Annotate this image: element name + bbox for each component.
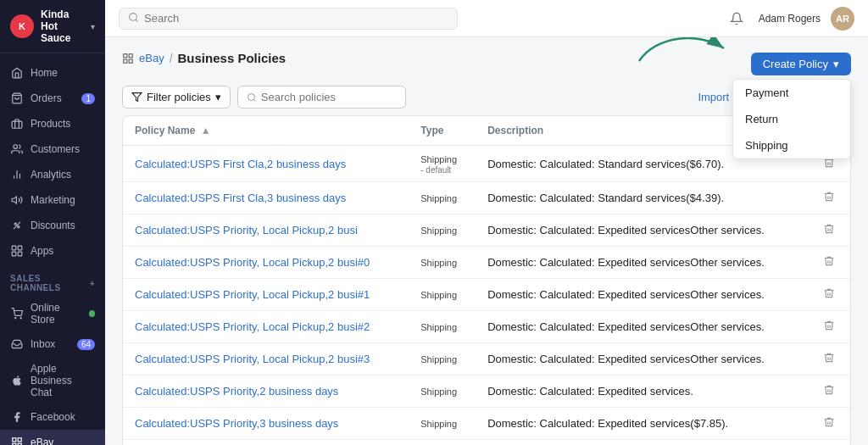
svg-marker-28 (132, 93, 142, 102)
sidebar-item-discounts[interactable]: Discounts (0, 213, 105, 238)
orders-icon (10, 92, 24, 105)
sidebar-item-apple-business[interactable]: Apple Business Chat (0, 357, 105, 404)
policy-name-link[interactable]: Calculated:USPS Priority,3 business days (135, 417, 338, 430)
col-type: Type (409, 116, 476, 146)
create-policy-button[interactable]: Create Policy ▾ (751, 53, 851, 75)
svg-rect-13 (18, 252, 22, 256)
delete-policy-button[interactable] (820, 189, 838, 207)
policy-type: Shipping (409, 182, 476, 214)
table-row: Calculated:USPS Priority, Local Pickup,2… (123, 311, 850, 343)
trash-icon (823, 255, 835, 267)
search-policies-bar[interactable] (237, 86, 406, 108)
svg-line-30 (253, 99, 255, 101)
page-title: Business Policies (178, 51, 287, 65)
sidebar-item-products[interactable]: Products (0, 111, 105, 136)
table-row: Calculated:USPS Priority,2 business days… (123, 375, 850, 408)
sidebar-item-ebay[interactable]: eBay (0, 430, 105, 445)
sidebar-nav: Home Orders 1 Products Customers (0, 53, 105, 445)
topbar: Adam Rogers AR (105, 0, 868, 37)
filter-policies-button[interactable]: Filter policies ▾ (122, 86, 231, 108)
ebay-icon (10, 436, 24, 445)
delete-policy-button[interactable] (820, 221, 838, 239)
svg-point-8 (18, 226, 19, 228)
sidebar-item-marketing-label: Marketing (31, 194, 75, 206)
notification-icon[interactable] (725, 7, 748, 31)
dropdown-item-payment[interactable]: Payment (733, 80, 850, 106)
policy-name-link[interactable]: Calculated:USPS Priority, Local Pickup,2… (135, 224, 358, 236)
sidebar-item-online-store[interactable]: Online Store (0, 296, 105, 331)
policy-type: Shipping (409, 279, 476, 311)
search-bar[interactable] (119, 8, 458, 30)
col-policy-name[interactable]: Policy Name ▲ (123, 116, 409, 146)
create-policy-dropdown-arrow: ▾ (833, 58, 839, 70)
policy-actions (808, 247, 850, 279)
user-avatar[interactable]: AR (831, 7, 854, 31)
brand-logo: K (10, 14, 34, 38)
online-store-status-dot (89, 310, 95, 317)
analytics-icon (10, 168, 24, 181)
dropdown-item-return[interactable]: Return (733, 106, 850, 132)
sidebar-item-home-label: Home (31, 67, 58, 79)
delete-policy-button[interactable] (820, 350, 838, 368)
trash-icon (823, 384, 835, 396)
policy-name-link[interactable]: Calculated:USPS Priority, Local Pickup,2… (135, 320, 370, 333)
sidebar-item-customers-label: Customers (31, 143, 80, 155)
filter-arrow: ▾ (215, 91, 221, 103)
policy-description: Domestic: Calculated: Expedited services… (476, 375, 808, 408)
delete-policy-button[interactable] (820, 253, 838, 271)
sidebar-item-inbox[interactable]: Inbox 64 (0, 331, 105, 357)
policy-name-link[interactable]: Calculated:USPS Priority, Local Pickup,2… (135, 353, 370, 365)
sidebar-item-customers[interactable]: Customers (0, 136, 105, 162)
sidebar-item-analytics[interactable]: Analytics (0, 162, 105, 187)
trash-icon (823, 191, 835, 203)
sales-channels-section: SALES CHANNELS + (0, 264, 105, 296)
policy-description: Domestic: Calculated: Expedited services… (476, 311, 808, 343)
main-content: eBay / Business Policies Create Policy ▾ (105, 37, 868, 445)
policy-table: Policy Name ▲ Type Description Calculate… (122, 115, 851, 445)
delete-policy-button[interactable] (820, 414, 838, 432)
delete-policy-button[interactable] (820, 318, 838, 336)
apps-icon (10, 244, 24, 258)
policy-actions (808, 375, 850, 408)
policy-type: Shipping (409, 375, 476, 408)
dropdown-item-shipping[interactable]: Shipping (733, 132, 850, 159)
policy-name-link[interactable]: Calculated:USPS Priority, Local Pickup,2… (135, 288, 370, 301)
policy-description: Domestic: Calculated: Expedited services… (476, 279, 808, 311)
svg-rect-11 (18, 246, 22, 250)
sidebar-item-apps-label: Apps (31, 245, 53, 257)
apple-icon (10, 374, 24, 387)
sidebar-item-facebook[interactable]: Facebook (0, 404, 105, 430)
sidebar-item-home[interactable]: Home (0, 60, 105, 86)
avatar-initials: AR (836, 14, 849, 24)
delete-policy-button[interactable] (820, 382, 838, 400)
sidebar-item-orders[interactable]: Orders 1 (0, 86, 105, 111)
products-icon (10, 117, 24, 131)
add-channel-button[interactable]: + (90, 279, 95, 288)
svg-point-7 (14, 223, 16, 225)
user-name[interactable]: Adam Rogers (759, 13, 821, 25)
policy-description: Domestic: Calculated: Standard services(… (476, 182, 808, 214)
svg-line-22 (136, 19, 137, 21)
policy-name-link[interactable]: Calculated:USPS Priority, Local Pickup,2… (135, 256, 370, 269)
trash-icon (823, 416, 835, 428)
trash-icon (823, 352, 835, 364)
sidebar-item-apple-label: Apple Business Chat (31, 363, 95, 398)
search-input[interactable] (144, 12, 448, 25)
policy-actions (808, 343, 850, 375)
policy-name-link[interactable]: Calculated:USPS First Cla,3 business day… (135, 192, 346, 204)
breadcrumb-ebay-link[interactable]: eBay (139, 52, 164, 64)
topbar-right: Adam Rogers AR (725, 7, 854, 31)
policy-actions (808, 440, 850, 446)
sidebar-item-apps[interactable]: Apps (0, 238, 105, 264)
facebook-icon (10, 410, 24, 424)
svg-rect-16 (13, 438, 16, 442)
policy-name-link[interactable]: Calculated:USPS First Cla,2 business day… (135, 158, 346, 170)
policy-name-link[interactable]: Calculated:USPS Priority,2 business days (135, 385, 338, 398)
sidebar-item-marketing[interactable]: Marketing (0, 187, 105, 213)
trash-icon (823, 287, 835, 299)
brand-selector[interactable]: K Kinda Hot Sauce ▾ (0, 0, 105, 53)
policy-description: Domestic: Calculated: Expedited services… (476, 343, 808, 375)
search-policies-input[interactable] (261, 91, 397, 103)
table-row: Flat:USPS Parcel Se($14.17),2 business d… (123, 440, 850, 446)
delete-policy-button[interactable] (820, 286, 838, 303)
